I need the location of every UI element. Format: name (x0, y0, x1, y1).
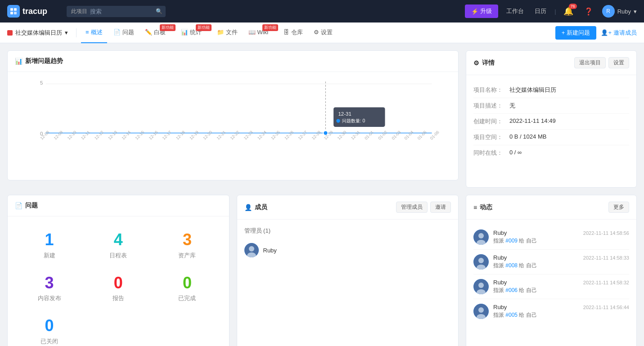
invite-button[interactable]: 邀请 (430, 202, 451, 213)
activity-desc-4: 指派 #005 给 自己 (493, 311, 629, 319)
invite-member-button[interactable]: 👤+ 邀请成员 (601, 29, 637, 37)
stats-icon: 📊 (181, 29, 188, 36)
svg-text:12-31: 12-31 (350, 130, 361, 141)
detail-value-space: 0 B / 1024 MB (509, 133, 629, 140)
project-color-dot (7, 30, 13, 36)
user-menu[interactable]: R Ruby ▾ (602, 5, 637, 18)
detail-action-buttons: 退出项目 设置 (574, 57, 629, 68)
create-issue-button[interactable]: + 新建问题 (555, 26, 597, 40)
tab-whiteboard[interactable]: ✏️ 白板 新功能 (140, 22, 175, 43)
svg-text:12-27: 12-27 (297, 130, 308, 141)
plus-icon: + (562, 29, 565, 36)
project-name[interactable]: 社交媒体编辑日历 ▾ (7, 29, 72, 37)
activity-header-3: Ruby 2022-11-11 14:58:32 (493, 279, 629, 286)
issue-stat-closed[interactable]: 0 已关闭 (15, 310, 84, 346)
nav-divider: | (554, 8, 556, 15)
issue-stat-schedule[interactable]: 4 日程表 (84, 224, 153, 267)
svg-rect-10 (333, 107, 385, 127)
activity-item-3: Ruby 2022-11-11 14:58:32 指派 #006 给 自己 (473, 274, 629, 299)
workbench-link[interactable]: 工作台 (504, 5, 527, 17)
help-button[interactable]: ❓ (581, 5, 597, 18)
tab-settings[interactable]: ⚙ 设置 (309, 22, 337, 43)
issues-icon-header: 📄 (15, 202, 23, 209)
logo-icon (7, 5, 20, 18)
issue-count-report: 0 (114, 274, 123, 292)
create-issue-label: 新建问题 (567, 29, 590, 37)
notification-badge: 76 (569, 4, 577, 9)
notification-button[interactable]: 🔔 76 (562, 4, 575, 18)
svg-text:12-09: 12-09 (53, 130, 64, 141)
issue-stat-assets[interactable]: 3 资产库 (153, 224, 221, 267)
activity-avatar-4 (473, 304, 489, 319)
svg-text:12-31: 12-31 (338, 111, 351, 117)
sub-nav-right: + 新建问题 👤+ 邀请成员 (555, 26, 637, 40)
activity-link-2[interactable]: #008 (505, 262, 518, 269)
chart-svg: 5 0 12-31 问题数量: 0 12-08 12-09 (15, 79, 451, 173)
overview-icon: ≡ (86, 29, 89, 36)
tab-overview[interactable]: ≡ 概述 (81, 22, 107, 43)
activity-avatar-3 (473, 279, 489, 294)
search-bar[interactable]: 此项目 🔍 (67, 6, 166, 17)
detail-row-online: 同时在线： 0 / ∞ (473, 145, 629, 161)
activity-desc-3: 指派 #006 给 自己 (493, 287, 629, 294)
svg-rect-0 (10, 8, 13, 11)
files-icon: 📁 (217, 29, 224, 36)
details-header: ⚙ 详情 退出项目 设置 (466, 51, 636, 75)
activity-avatar-2 (473, 254, 489, 270)
svg-point-45 (249, 246, 254, 252)
details-card: ⚙ 详情 退出项目 设置 项目名称： 社交媒体编辑日历 项目描述： 无 创建时间… (466, 50, 637, 188)
issue-count-schedule: 4 (114, 231, 123, 249)
issue-stat-publish[interactable]: 3 内容发布 (15, 267, 84, 310)
activity-link-1[interactable]: #009 (505, 238, 518, 244)
activity-desc-1: 指派 #009 给 自己 (493, 237, 629, 245)
search-input[interactable] (90, 8, 153, 15)
members-icon: 👤 (244, 204, 252, 211)
issue-label-schedule: 日程表 (109, 252, 127, 260)
issue-label-publish: 内容发布 (38, 294, 61, 302)
issues-icon: 📄 (113, 29, 121, 36)
settings-button[interactable]: 设置 (608, 57, 629, 68)
svg-rect-1 (14, 8, 17, 11)
exit-project-button[interactable]: 退出项目 (574, 57, 606, 68)
issue-label-new: 新建 (44, 252, 55, 260)
tab-stats[interactable]: 📊 统计 新功能 (176, 22, 211, 43)
members-card: 👤 成员 管理成员 邀请 管理员 (1) (237, 195, 459, 346)
activity-content-3: Ruby 2022-11-11 14:58:32 指派 #006 给 自己 (493, 279, 629, 294)
trend-chart-header: 📊 新增问题趋势 (8, 51, 458, 72)
issues-grid: 1 新建 4 日程表 3 资产库 3 内容发布 0 报告 (8, 216, 229, 346)
svg-text:01-01: 01-01 (364, 130, 374, 141)
logo[interactable]: tracup (7, 5, 61, 18)
issue-count-new: 1 (45, 231, 54, 249)
activity-desc-2: 指派 #008 给 自己 (493, 262, 629, 270)
tab-repo[interactable]: 🗄 仓库 (279, 22, 307, 43)
svg-point-54 (478, 283, 484, 288)
activity-link-3[interactable]: #006 (505, 287, 518, 293)
tab-issues[interactable]: 📄 问题 (109, 22, 139, 43)
invite-icon: 👤+ (601, 29, 612, 36)
issue-stat-done[interactable]: 0 已完成 (153, 267, 221, 310)
issue-stat-new[interactable]: 1 新建 (15, 224, 84, 267)
svg-text:12-28: 12-28 (311, 130, 322, 141)
activity-content-4: Ruby 2022-11-11 14:56:44 指派 #005 给 自己 (493, 304, 629, 319)
svg-text:12-18: 12-18 (175, 130, 186, 141)
issue-count-closed: 0 (45, 317, 54, 335)
more-button[interactable]: 更多 (608, 202, 629, 213)
upgrade-button[interactable]: ⚡ 升级 (465, 4, 498, 18)
tab-files[interactable]: 📁 文件 (212, 22, 242, 43)
project-dropdown-icon: ▾ (65, 29, 68, 36)
stats-new-badge: 新功能 (196, 24, 212, 31)
svg-text:12-14: 12-14 (121, 130, 131, 141)
activity-item-2: Ruby 2022-11-11 14:58:33 指派 #008 给 自己 (473, 250, 629, 274)
top-nav: tracup 此项目 🔍 ⚡ 升级 工作台 日历 | 🔔 76 ❓ R Ruby… (0, 0, 644, 22)
detail-row-space: 项目空间： 0 B / 1024 MB (473, 130, 629, 145)
activity-link-4[interactable]: #005 (505, 312, 518, 318)
manage-members-button[interactable]: 管理成员 (396, 202, 428, 213)
tab-wiki[interactable]: 📖 Wiki 新功能 (244, 22, 278, 43)
svg-text:12-10: 12-10 (67, 130, 77, 141)
member-item-ruby: Ruby (244, 240, 451, 260)
issue-stat-report[interactable]: 0 报告 (84, 267, 153, 310)
invite-label: 邀请成员 (613, 29, 637, 37)
svg-rect-2 (10, 12, 13, 14)
calendar-link[interactable]: 日历 (532, 5, 549, 17)
settings-icon: ⚙ (314, 29, 319, 36)
